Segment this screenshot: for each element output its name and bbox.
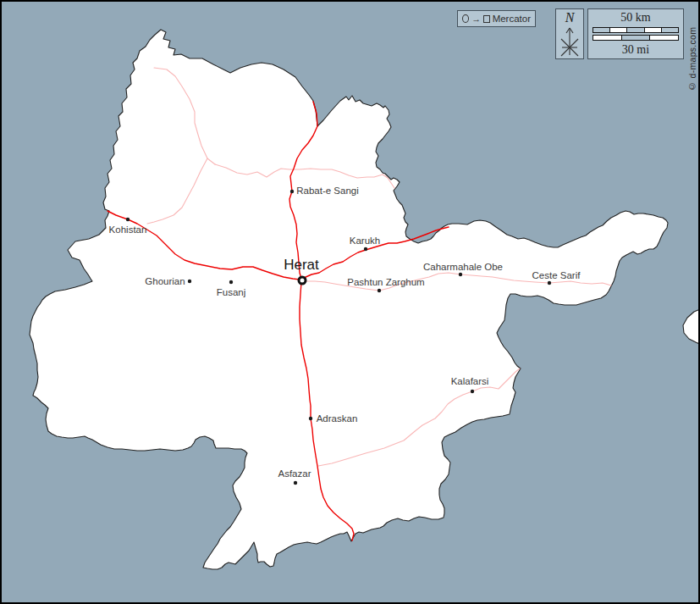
city-label-adraskan: Adraskan [317,413,358,424]
north-indicator: N [555,8,584,59]
city-label-asfazar: Asfazar [278,468,311,479]
city-label-pashtun-zarghum: Pashtun Zarghum [347,277,424,287]
city-marker [309,417,312,420]
city-marker [548,281,551,285]
sphere-icon [462,14,469,23]
north-label: N [565,11,575,25]
scale-mi-label: 30 mi [622,43,649,57]
city-marker [364,247,367,251]
city-label-rabat-e-sangi: Rabat-e Sangi [296,186,359,196]
city-marker [378,289,381,292]
city-marker [229,280,233,284]
province-map-svg [2,2,700,604]
capital-city-marker [299,277,306,284]
copyright-credit: © d-maps.com [687,8,697,91]
city-label-kohistan: Kohistan [109,224,147,235]
city-label-ghourian: Ghourian [145,276,185,286]
map-canvas: HeratRabat-e SangiKohistanKarukhGhourian… [0,0,700,604]
city-marker [459,273,462,276]
scale-bar: 50 km 30 mi [587,8,684,59]
city-label-fusanj: Fusanj [217,287,246,297]
city-marker [294,481,297,485]
compass-icon [555,25,584,58]
projection-arrow-icon: → [471,14,481,24]
projection-label: Mercator [493,14,531,24]
city-label-kalafarsi: Kalafarsi [451,376,489,386]
province-shape [30,30,700,569]
city-label-ceste-sarif: Ceste Sarif [532,270,581,280]
city-label-karukh: Karukh [350,236,380,246]
city-label-herat: Herat [284,257,319,274]
city-marker [471,390,474,393]
city-marker [290,190,294,193]
scale-bar-mi [593,35,679,41]
projection-legend: → Mercator [457,10,536,27]
scale-bar-km [593,27,679,33]
city-label-caharmahale-obe: Caharmahale Obe [423,262,503,272]
city-marker [188,280,191,283]
scale-km-label: 50 km [620,11,650,25]
city-marker [126,218,130,221]
plane-icon [483,15,489,23]
